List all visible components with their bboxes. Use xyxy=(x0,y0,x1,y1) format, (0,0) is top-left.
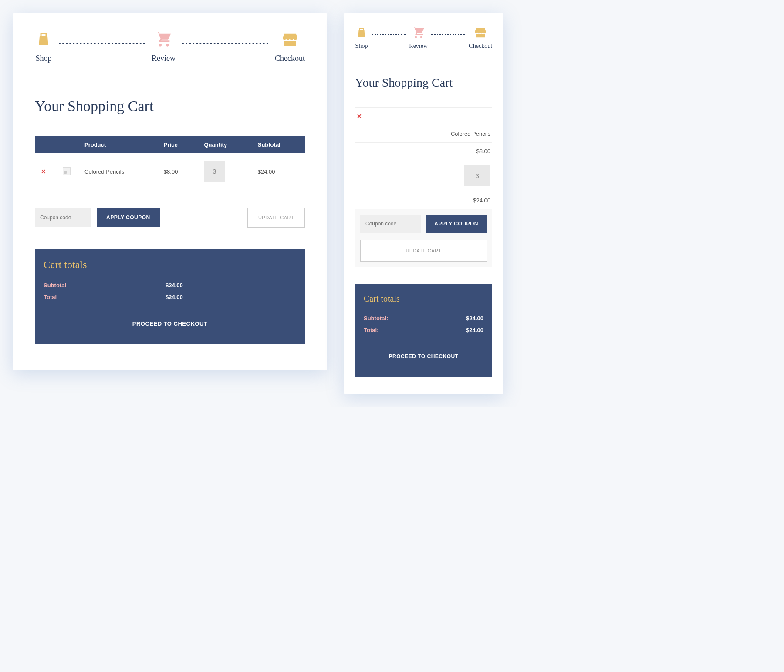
step-shop[interactable]: Shop xyxy=(35,30,52,63)
apply-coupon-button[interactable]: APPLY COUPON xyxy=(97,208,160,227)
item-price: $8.00 xyxy=(158,153,198,190)
remove-row: ✕ xyxy=(355,107,492,125)
quantity-input[interactable] xyxy=(464,165,490,186)
cart-page-desktop: Shop Review Checkout Your Shopping Cart … xyxy=(13,13,327,370)
storefront-icon xyxy=(474,26,487,39)
item-subtotal: $24.00 xyxy=(355,192,492,209)
update-cart-button[interactable]: UPDATE CART xyxy=(360,240,487,262)
proceed-checkout-button[interactable]: PROCEED TO CHECKOUT xyxy=(389,353,459,360)
subtotal-value: $24.00 xyxy=(166,282,183,289)
subtotal-label: Subtotal xyxy=(44,282,166,289)
cart-actions: APPLY COUPON UPDATE CART xyxy=(35,208,305,228)
step-divider xyxy=(59,43,145,44)
totals-subtotal-row: Subtotal: $24.00 xyxy=(364,312,483,324)
col-product: Product xyxy=(78,136,158,153)
totals-total-row: Total $24.00 xyxy=(44,291,296,303)
item-name[interactable]: Colored Pencils xyxy=(355,125,492,143)
remove-item-button[interactable]: ✕ xyxy=(41,168,46,175)
product-thumb[interactable] xyxy=(63,167,71,175)
totals-subtotal-row: Subtotal $24.00 xyxy=(44,279,296,291)
coupon-input[interactable] xyxy=(360,215,421,233)
step-label: Checkout xyxy=(275,54,305,63)
page-title: Your Shopping Cart xyxy=(35,98,305,114)
quantity-row xyxy=(355,160,492,192)
step-review[interactable]: Review xyxy=(152,30,176,63)
progress-steps: Shop Review Checkout xyxy=(35,30,305,63)
cart-table: Product Price Quantity Subtotal ✕ Colore… xyxy=(35,136,305,190)
cart-page-mobile: Shop Review Checkout Your Shopping Cart … xyxy=(344,13,503,394)
bag-icon xyxy=(35,30,52,48)
step-review[interactable]: Review xyxy=(409,26,428,50)
cart-item-mobile: ✕ Colored Pencils $8.00 $24.00 APPLY COU… xyxy=(355,107,492,267)
step-label: Review xyxy=(409,43,428,50)
step-label: Checkout xyxy=(469,43,492,50)
progress-steps: Shop Review Checkout xyxy=(355,26,492,50)
totals-title: Cart totals xyxy=(44,259,296,271)
subtotal-label: Subtotal: xyxy=(364,315,466,322)
subtotal-value: $24.00 xyxy=(466,315,483,322)
quantity-input[interactable] xyxy=(204,161,225,182)
remove-item-button[interactable]: ✕ xyxy=(357,113,362,120)
totals-title: Cart totals xyxy=(364,294,483,304)
totals-total-row: Total: $24.00 xyxy=(364,324,483,336)
step-divider xyxy=(182,43,268,44)
step-shop[interactable]: Shop xyxy=(355,26,368,50)
step-label: Shop xyxy=(355,43,368,50)
cart-totals: Cart totals Subtotal: $24.00 Total: $24.… xyxy=(355,284,492,377)
total-value: $24.00 xyxy=(466,327,483,333)
step-label: Review xyxy=(152,54,176,63)
item-price: $8.00 xyxy=(355,143,492,160)
cart-icon xyxy=(155,30,172,48)
storefront-icon xyxy=(281,30,299,48)
apply-coupon-button[interactable]: APPLY COUPON xyxy=(426,215,487,233)
coupon-input[interactable] xyxy=(35,208,91,227)
total-label: Total xyxy=(44,294,166,300)
total-value: $24.00 xyxy=(166,294,183,300)
step-divider xyxy=(372,34,406,35)
bag-icon xyxy=(355,26,368,39)
step-checkout[interactable]: Checkout xyxy=(469,26,492,50)
table-row: ✕ Colored Pencils $8.00 $24.00 xyxy=(35,153,305,190)
col-subtotal: Subtotal xyxy=(252,136,305,153)
step-divider xyxy=(431,34,465,35)
cart-totals: Cart totals Subtotal $24.00 Total $24.00… xyxy=(35,249,305,344)
proceed-checkout-button[interactable]: PROCEED TO CHECKOUT xyxy=(132,320,208,327)
item-name[interactable]: Colored Pencils xyxy=(78,153,158,190)
cart-icon xyxy=(412,26,425,39)
page-title: Your Shopping Cart xyxy=(355,76,492,90)
col-price: Price xyxy=(158,136,198,153)
total-label: Total: xyxy=(364,327,466,333)
step-label: Shop xyxy=(35,54,51,63)
update-cart-button[interactable]: UPDATE CART xyxy=(247,208,305,228)
item-subtotal: $24.00 xyxy=(252,153,305,190)
cart-actions: APPLY COUPON UPDATE CART xyxy=(355,209,492,267)
col-quantity: Quantity xyxy=(198,136,251,153)
step-checkout[interactable]: Checkout xyxy=(275,30,305,63)
